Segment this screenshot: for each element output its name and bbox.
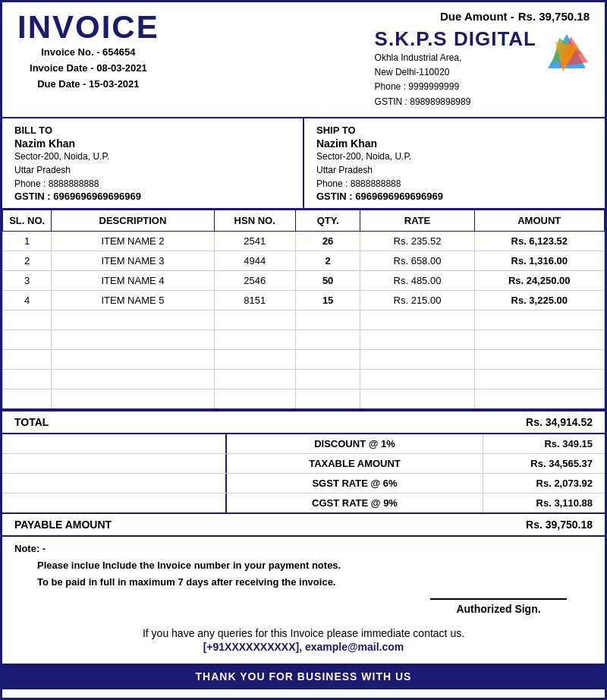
company-info: S.K.P.S DIGITAL Okhla Industrial Area, N… [375,27,590,109]
summary-section: DISCOUNT @ 1% Rs. 349.15 TAXABLE AMOUNT … [2,434,605,514]
cell-rate: Rs. 658.00 [360,251,474,270]
ship-to-label: SHIP TO [316,125,593,136]
sgst-value: Rs. 2,073.92 [483,474,605,493]
due-date: 15-03-2021 [89,78,140,90]
cell-amount: Rs. 1,316.00 [474,251,605,270]
footer-contact: [+91XXXXXXXXXX], example@mail.com [14,641,593,653]
cell-hsn: 2546 [214,270,295,290]
bill-gstin: GSTIN : 6969696969696969 [14,191,291,202]
invoice-wrapper: INVOICE Invoice No. - 654654 Invoice Dat… [0,0,607,700]
bill-ship-section: BILL TO Nazim Khan Sector-200, Noida, U.… [2,118,605,210]
invoice-title: INVOICE [17,10,159,45]
note-title: Note: - [14,543,593,554]
empty-row [3,369,605,389]
col-hsn: HSN NO. [214,210,295,231]
invoice-no-label: Invoice No. - [41,46,99,58]
note-line2: To be paid in full in maximum 7 days aft… [37,574,593,591]
invoice-details: Invoice No. - 654654 Invoice Date - 08-0… [30,45,147,92]
company-logo [544,30,590,76]
bill-gstin-label: GSTIN : [14,191,51,202]
due-amount-value: Rs. 39,750.18 [518,10,590,23]
cell-amount: Rs. 24,250.00 [474,270,605,290]
company-details: Okhla Industrial Area, New Delhi-110020 … [375,51,536,109]
col-amount: AMOUNT [474,210,605,231]
footer-query: If you have any queries for this Invoice… [14,627,593,639]
total-label: TOTAL [14,416,49,428]
discount-label: DISCOUNT @ 1% [225,434,483,453]
cell-description: ITEM NAME 3 [52,251,214,270]
bill-to-label: BILL TO [14,125,291,136]
empty-row [3,349,605,369]
footer-notes: If you have any queries for this Invoice… [2,615,605,661]
sign-content: Authorized Sign. [430,598,567,615]
col-description: DESCRIPTION [52,210,214,231]
cgst-row: CGST RATE @ 9% Rs. 3,110.88 [2,493,605,512]
total-value: Rs. 34,914.52 [526,416,593,428]
taxable-label: TAXABLE AMOUNT [225,454,483,473]
ship-phone-label: Phone : [316,178,348,189]
cell-qty: 26 [295,231,360,251]
company-address2: New Delhi-110020 [375,67,450,77]
cell-description: ITEM NAME 2 [52,231,214,251]
header-left: INVOICE Invoice No. - 654654 Invoice Dat… [17,10,159,93]
cell-sl: 1 [3,231,52,251]
sgst-label: SGST RATE @ 6% [225,474,483,493]
table-row: 1 ITEM NAME 2 2541 26 Rs. 235.52 Rs. 6,1… [3,231,605,251]
bill-section: BILL TO Nazim Khan Sector-200, Noida, U.… [2,118,304,208]
invoice-date-label: Invoice Date - [30,62,94,74]
sgst-row: SGST RATE @ 6% Rs. 2,073.92 [2,474,605,493]
total-row: TOTAL Rs. 34,914.52 [2,410,605,434]
due-date-label: Due Date - [37,78,86,90]
invoice-date: 08-03-2021 [96,62,147,74]
discount-value: Rs. 349.15 [483,434,605,453]
bill-address2: Uttar Pradesh [14,163,291,177]
cell-description: ITEM NAME 4 [52,270,214,290]
ship-section: SHIP TO Nazim Khan Sector-200, Noida, U.… [304,118,605,208]
company-gstin: 898989898989 [410,96,470,107]
col-rate: RATE [360,210,474,231]
cell-sl: 4 [3,290,52,310]
ship-phone-value: 8888888888 [351,178,401,189]
company-gstin-label: GSTIN : [375,96,407,107]
ship-address1: Sector-200, Noida, U.P. [316,150,593,163]
empty-row [3,310,605,330]
bill-customer-name: Nazim Khan [14,137,291,150]
cell-qty: 2 [295,251,360,270]
due-amount-label: Due Amount - [440,10,514,23]
cell-amount: Rs. 3,225.00 [474,290,605,310]
ship-gstin-label: GSTIN : [316,191,353,202]
company-name: S.K.P.S DIGITAL [375,27,536,51]
empty-row [3,330,605,349]
cell-qty: 50 [295,270,360,290]
cgst-label: CGST RATE @ 9% [225,493,483,512]
cell-sl: 3 [3,270,52,290]
header-right: Due Amount - Rs. 39,750.18 S.K.P.S DIGIT… [375,10,590,109]
discount-row: DISCOUNT @ 1% Rs. 349.15 [2,434,605,454]
footer-bar: THANK YOU FOR BUSINESS WITH US [2,664,605,689]
payable-value: Rs. 39,750.18 [526,519,593,531]
taxable-value: Rs. 34,565.37 [483,454,605,473]
sign-section: Authorized Sign. [2,591,605,615]
cell-hsn: 2541 [214,231,295,251]
col-qty: QTY. [295,210,360,231]
company-text: S.K.P.S DIGITAL Okhla Industrial Area, N… [375,27,536,109]
table-row: 2 ITEM NAME 3 4944 2 Rs. 658.00 Rs. 1,31… [3,251,605,270]
footer-bar-text: THANK YOU FOR BUSINESS WITH US [196,670,412,683]
notes-section: Note: - Please inclue Include the Invoic… [2,537,605,591]
table-row: 3 ITEM NAME 4 2546 50 Rs. 485.00 Rs. 24,… [3,270,605,290]
items-table: SL. NO. DESCRIPTION HSN NO. QTY. RATE AM… [2,210,605,410]
bill-address1: Sector-200, Noida, U.P. [14,150,291,163]
sign-label: Authorized Sign. [456,603,540,615]
company-phone: 9999999999 [408,81,459,92]
cell-sl: 2 [3,251,52,270]
ship-phone: Phone : 8888888888 [316,177,593,191]
bill-phone-label: Phone : [14,178,46,189]
invoice-no: 654654 [102,46,135,58]
ship-address2: Uttar Pradesh [316,163,593,177]
bill-phone: Phone : 8888888888 [14,177,291,191]
note-line1: Please inclue Include the Invoice number… [37,557,593,574]
empty-row [3,389,605,409]
cell-description: ITEM NAME 5 [52,290,214,310]
payable-row: PAYABLE AMOUNT Rs. 39,750.18 [2,514,605,537]
bill-gstin-value: 6969696969696969 [53,191,141,202]
